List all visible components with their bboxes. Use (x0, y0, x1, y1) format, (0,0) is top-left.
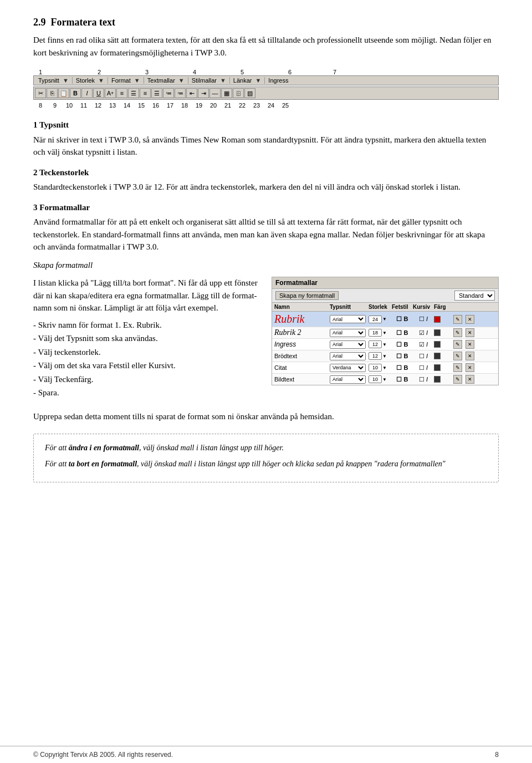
italic-button[interactable]: I (81, 88, 93, 98)
outro-text: Upprepa sedan detta moment tills ni spar… (33, 410, 499, 423)
align-justify-button[interactable]: ☰ (151, 88, 162, 98)
fm-name-rubrik: Rubrik (274, 313, 330, 325)
stilmallar-label: Stilmallar (191, 77, 218, 84)
fm-storlek-ingress[interactable] (369, 340, 382, 348)
indent-increase-button[interactable]: ⇥ (198, 88, 209, 98)
new-format-button[interactable]: Skapa ny formatmall (275, 291, 339, 300)
lankar-group[interactable]: Länkar ▼ (230, 77, 265, 84)
ingress-group[interactable]: Ingress (265, 77, 291, 84)
footer-page-number: 8 (495, 751, 499, 759)
textmallar-group[interactable]: Textmallar ▼ (144, 77, 188, 84)
fm-delete-rubrik[interactable]: ✕ (466, 315, 474, 324)
toolbar-bottom-numbers: 8 9 10 11 12 13 14 15 16 17 18 19 20 21 … (33, 102, 499, 109)
typsnitt-group[interactable]: Typsnitt ▼ (35, 77, 73, 84)
textmallar-label: Textmallar (146, 77, 176, 84)
fm-edit-brodtext[interactable]: ✎ (453, 352, 462, 360)
fm-name-brodtext: Brödtext (274, 353, 330, 359)
toolbar-row2: ✂ ⎘ 📋 B I U A+ ≡ ☰ ≡ ☰ ≔ ≔ ⇤ ⇥ — ▦ ⌹ ▧ (33, 87, 499, 100)
formatmallar-box: Formatmallar Skapa ny formatmall Standar… (272, 277, 499, 385)
fm-row-brodtext: Brödtext Arial ▼ ☐ B ☐ I ✎ (272, 350, 498, 362)
toolbar-row1: Typsnitt ▼ Storlek ▼ Format ▼ Textmallar… (33, 75, 499, 85)
fm-edit-ingress[interactable]: ✎ (453, 340, 462, 349)
storlek-arrow-icon: ▼ (382, 317, 387, 322)
page-footer: © Copyright Tervix AB 2005. All rights r… (0, 746, 532, 763)
fm-row-ingress: Ingress Arial ▼ ☐ B ☑ I ✎ (272, 339, 498, 350)
scissors-button[interactable]: ✂ (35, 88, 46, 98)
section2-text: Standardteckenstorlek i TWP 3.0 är 12. F… (33, 181, 499, 194)
section2-header: 2 Teckenstorlek (33, 166, 499, 179)
fm-name-rubrik2: Rubrik 2 (274, 328, 330, 337)
fm-typsnitt-rubrik2[interactable]: Arial (330, 329, 366, 337)
fm-typsnitt-bildtext[interactable]: Arial (330, 375, 366, 384)
fm-delete-rubrik2[interactable]: ✕ (466, 328, 474, 337)
format-arrow: ▼ (133, 77, 141, 84)
section3-text: Använd formatmallar för att på ett enkel… (33, 216, 499, 253)
stilmallar-group[interactable]: Stilmallar ▼ (188, 77, 230, 84)
fm-edit-citat[interactable]: ✎ (453, 363, 462, 372)
fm-header: Formatmallar (272, 277, 498, 289)
fm-typsnitt-brodtext[interactable]: Arial (330, 352, 366, 360)
fm-row-rubrik2: Rubrik 2 Arial ▼ ☐ B ☑ I ✎ (272, 327, 498, 339)
storlek-group[interactable]: Storlek ▼ (73, 77, 108, 84)
list-item: Välj teckenstorlek. (33, 346, 260, 359)
paste-button[interactable]: 📋 (58, 88, 69, 98)
special-button[interactable]: ▧ (244, 88, 255, 98)
align-center-button[interactable]: ☰ (128, 88, 139, 98)
fm-typsnitt-citat[interactable]: Verdana (330, 364, 366, 372)
fm-delete-bildtext[interactable]: ✕ (466, 375, 474, 384)
two-col-layout: I listan klicka på "Lägg till/ta bort fo… (33, 277, 499, 401)
align-right-button[interactable]: ≡ (140, 88, 151, 98)
fm-edit-rubrik2[interactable]: ✎ (453, 328, 462, 337)
fm-typsnitt-ingress[interactable]: Arial (330, 340, 366, 349)
font-size-button[interactable]: A+ (105, 88, 116, 98)
fm-storlek-bildtext[interactable] (369, 375, 382, 383)
fm-farg-rubrik2[interactable] (434, 329, 441, 336)
standard-select[interactable]: Standard (454, 291, 495, 301)
section1-text: När ni skriver in text i TWP 3.0, så anv… (33, 134, 499, 159)
toolbar-diagram: 1 2 3 4 5 6 7 Typsnitt ▼ Storlek ▼ (33, 69, 499, 109)
fm-edit-bildtext[interactable]: ✎ (453, 375, 462, 384)
align-left-button[interactable]: ≡ (116, 88, 127, 98)
fm-delete-citat[interactable]: ✕ (466, 363, 474, 372)
footer-copyright: © Copyright Tervix AB 2005. All rights r… (33, 751, 173, 759)
fm-farg-bildtext[interactable] (434, 376, 441, 383)
fm-storlek-rubrik[interactable] (369, 316, 382, 323)
fm-col-headers: Namn Typsnitt Storlek Fetstil Kursiv Fär… (272, 303, 498, 312)
indent-decrease-button[interactable]: ⇤ (186, 88, 197, 98)
intro-text: Det finns en rad olika sätt att formater… (33, 34, 499, 59)
typsnitt-arrow: ▼ (62, 77, 70, 84)
note-bold-2: ta bort en formatmall (69, 460, 137, 468)
fm-farg-ingress[interactable] (434, 341, 441, 348)
fm-storlek-rubrik2[interactable] (369, 329, 382, 337)
fm-title: Formatmallar (275, 279, 318, 287)
fm-farg-citat[interactable] (434, 364, 441, 371)
copy-button[interactable]: ⎘ (47, 88, 58, 98)
fm-name-bildtext: Bildtext (274, 376, 330, 383)
fm-typsnitt-rubrik[interactable]: Arial (330, 315, 366, 323)
list-item: Skriv namn för format 1. Ex. Rubrik. (33, 319, 260, 332)
fm-delete-brodtext[interactable]: ✕ (466, 352, 474, 360)
fm-storlek-citat[interactable] (369, 364, 382, 372)
format-label: Format (110, 77, 132, 84)
list-unordered-button[interactable]: ≔ (163, 88, 174, 98)
storlek-arrow: ▼ (97, 77, 105, 84)
fm-edit-rubrik[interactable]: ✎ (453, 315, 462, 324)
list-ordered-button[interactable]: ≔ (175, 88, 186, 98)
typsnitt-label: Typsnitt (37, 77, 60, 84)
section1-header: 1 Typsnitt (33, 119, 499, 131)
underline-button[interactable]: U (93, 88, 104, 98)
fm-storlek-brodtext[interactable] (369, 352, 382, 360)
bold-button[interactable]: B (70, 88, 81, 98)
table-button[interactable]: ▦ (221, 88, 232, 98)
format-group[interactable]: Format ▼ (108, 77, 144, 84)
fm-farg-brodtext[interactable] (434, 353, 441, 359)
storlek-label: Storlek (75, 77, 96, 84)
hr-button[interactable]: — (209, 88, 221, 98)
note-bold-1: ändra i en formatmall (69, 444, 139, 452)
image-button[interactable]: ⌹ (233, 88, 244, 98)
fm-name-citat: Citat (274, 364, 330, 371)
lankar-arrow: ▼ (254, 77, 262, 84)
fm-delete-ingress[interactable]: ✕ (466, 340, 474, 349)
fm-row-rubrik: Rubrik Arial ▼ ☐ B ☐ I ✎ (272, 312, 498, 327)
fm-farg-rubrik[interactable] (434, 316, 441, 323)
